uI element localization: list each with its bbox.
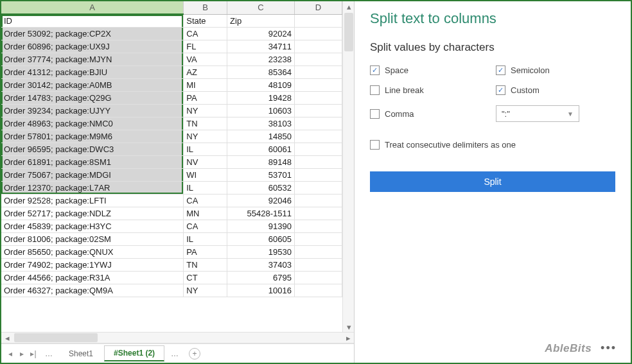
col-header-c[interactable]: C — [227, 1, 295, 14]
cell-empty[interactable] — [294, 130, 342, 143]
cell-zip[interactable]: 53701 — [227, 169, 295, 182]
v-scroll-track[interactable] — [343, 12, 354, 322]
cell-state[interactable]: CT — [184, 272, 227, 284]
v-scroll-thumb[interactable] — [344, 13, 353, 51]
cell-zip[interactable]: 14850 — [227, 130, 295, 143]
col-header-d[interactable]: D — [294, 1, 342, 14]
table-row[interactable]: Order 53092; package:CP2XCA92024 — [1, 28, 342, 40]
cell-zip[interactable]: 6795 — [227, 272, 295, 284]
scroll-left-icon[interactable]: ◂ — [1, 333, 13, 343]
cell-empty[interactable] — [294, 233, 342, 246]
cell-id[interactable]: Order 45839; package:H3YC — [1, 220, 184, 233]
cell-empty[interactable] — [294, 169, 342, 182]
table-row[interactable]: Order 44566; package:R31ACT6795 — [1, 272, 342, 284]
table-row[interactable]: Order 74902; package:1YWJTN37403 — [1, 259, 342, 272]
cell-state[interactable]: PA — [184, 246, 227, 259]
cell-zip[interactable]: 85364 — [227, 66, 295, 79]
cell-empty[interactable] — [294, 92, 342, 105]
vertical-scrollbar[interactable]: ▴ ▾ — [342, 1, 354, 332]
cell-id[interactable]: Order 14783; package:Q29G — [1, 92, 184, 105]
cell-state[interactable]: CA — [184, 195, 227, 207]
cell-state[interactable]: PA — [184, 92, 227, 105]
table-row[interactable]: Order 45839; package:H3YCCA91390 — [1, 220, 342, 233]
cell-id[interactable]: Order 52717; package:NDLZ — [1, 207, 184, 220]
cell-empty[interactable] — [294, 66, 342, 79]
table-row[interactable]: Order 81006; package:02SMIL60605 — [1, 233, 342, 246]
cell[interactable]: State — [184, 14, 227, 28]
cell-id[interactable]: Order 61891; package:8SM1 — [1, 156, 184, 169]
cell-zip[interactable]: 92046 — [227, 195, 295, 207]
add-sheet-button[interactable]: + — [189, 348, 200, 360]
cell-zip[interactable]: 23238 — [227, 53, 295, 66]
table-row[interactable]: Order 46327; package:QM9ANY10016 — [1, 284, 342, 297]
cell-state[interactable]: IL — [184, 182, 227, 195]
cell-id[interactable]: Order 44566; package:R31A — [1, 272, 184, 284]
checkbox-treat-consecutive[interactable] — [370, 140, 380, 150]
cell-state[interactable]: MI — [184, 79, 227, 92]
cell-id[interactable]: Order 48963; package:NMC0 — [1, 117, 184, 130]
cell-zip[interactable]: 55428-1511 — [227, 207, 295, 220]
cell-zip[interactable]: 89148 — [227, 156, 295, 169]
tab-overflow-left[interactable]: … — [40, 349, 58, 358]
tab-nav-next-icon[interactable]: ▸| — [28, 349, 39, 358]
cell-id[interactable]: Order 39234; package:UJYY — [1, 105, 184, 117]
cell-zip[interactable]: 60605 — [227, 233, 295, 246]
cell-empty[interactable] — [294, 207, 342, 220]
checkbox-custom[interactable] — [496, 85, 505, 95]
cell-id[interactable]: Order 74902; package:1YWJ — [1, 259, 184, 272]
cell-empty[interactable] — [294, 79, 342, 92]
table-row[interactable]: Order 39234; package:UJYYNY10603 — [1, 105, 342, 117]
table-row[interactable]: Order 52717; package:NDLZMN55428-1511 — [1, 207, 342, 220]
cell-state[interactable]: NY — [184, 130, 227, 143]
cell-state[interactable]: CA — [184, 28, 227, 40]
cell-empty[interactable] — [294, 105, 342, 117]
cell-empty[interactable] — [294, 195, 342, 207]
checkbox-comma[interactable] — [370, 109, 380, 119]
tab-nav-first-icon[interactable]: ◂ — [5, 349, 15, 358]
cell-id[interactable]: Order 46327; package:QM9A — [1, 284, 184, 297]
table-row[interactable]: Order 48963; package:NMC0TN38103 — [1, 117, 342, 130]
table-header-row[interactable]: ID State Zip — [1, 14, 342, 28]
cell-empty[interactable] — [294, 40, 342, 53]
cell-zip[interactable]: 37403 — [227, 259, 295, 272]
more-menu-icon[interactable]: ••• — [601, 342, 617, 355]
table-row[interactable]: Order 14783; package:Q29GPA19428 — [1, 92, 342, 105]
split-button[interactable]: Split — [370, 171, 615, 192]
col-header-a[interactable]: A — [1, 1, 184, 14]
custom-delimiter-dropdown[interactable]: ":" ▼ — [496, 105, 579, 122]
cell-empty[interactable] — [294, 272, 342, 284]
checkbox-space[interactable] — [370, 65, 380, 75]
scroll-up-icon[interactable]: ▴ — [343, 1, 354, 12]
cell-zip[interactable]: 60061 — [227, 143, 295, 156]
cell-id[interactable]: Order 81006; package:02SM — [1, 233, 184, 246]
grid-table[interactable]: A B C D ID State Zip Order 53092; packa — [1, 1, 342, 297]
cell-empty[interactable] — [294, 117, 342, 130]
table-row[interactable]: Order 37774; package:MJYNVA23238 — [1, 53, 342, 66]
cell-zip[interactable]: 34711 — [227, 40, 295, 53]
col-header-b[interactable]: B — [184, 1, 227, 14]
cell[interactable] — [294, 14, 342, 28]
cell-state[interactable]: FL — [184, 40, 227, 53]
h-scroll-thumb[interactable] — [14, 333, 98, 342]
table-row[interactable]: Order 57801; package:M9M6NY14850 — [1, 130, 342, 143]
checkbox-semicolon[interactable] — [496, 65, 505, 75]
cell-state[interactable]: IL — [184, 233, 227, 246]
cell-state[interactable]: AZ — [184, 66, 227, 79]
cell-state[interactable]: NY — [184, 105, 227, 117]
cell[interactable]: Zip — [227, 14, 295, 28]
cell-id[interactable]: Order 92528; package:LFTI — [1, 195, 184, 207]
cell-zip[interactable]: 38103 — [227, 117, 295, 130]
cell-id[interactable]: Order 85650; package:QNUX — [1, 246, 184, 259]
cell-state[interactable]: IL — [184, 143, 227, 156]
cell-zip[interactable]: 92024 — [227, 28, 295, 40]
cell-state[interactable]: CA — [184, 220, 227, 233]
table-row[interactable]: Order 85650; package:QNUXPA19530 — [1, 246, 342, 259]
table-row[interactable]: Order 60896; package:UX9JFL34711 — [1, 40, 342, 53]
h-scroll-track[interactable] — [13, 333, 342, 343]
cell-id[interactable]: Order 30142; package:A0MB — [1, 79, 184, 92]
cell-zip[interactable]: 60532 — [227, 182, 295, 195]
cell-empty[interactable] — [294, 284, 342, 297]
treat-consecutive-row[interactable]: Treat consecutive delimiters as one — [370, 140, 615, 150]
cell-empty[interactable] — [294, 53, 342, 66]
cell-zip[interactable]: 48109 — [227, 79, 295, 92]
